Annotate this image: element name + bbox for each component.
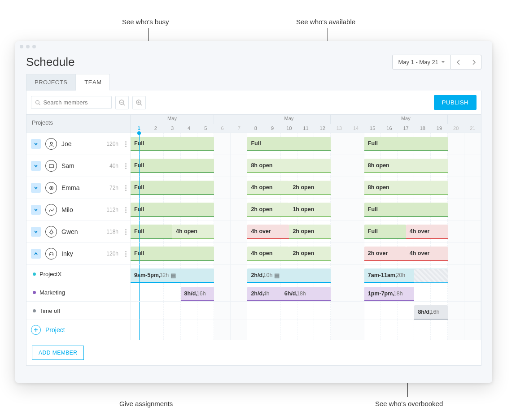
schedule-block[interactable]: Full	[131, 247, 214, 261]
member-name-gwen: Gwen	[61, 228, 78, 235]
schedule-block[interactable]: 8h open	[364, 159, 448, 173]
tab-projects[interactable]: PROJECTS	[26, 74, 76, 91]
expand-toggle-emma[interactable]	[31, 183, 41, 193]
schedule-block[interactable]: 4h over	[406, 225, 448, 239]
prev-range-button[interactable]	[451, 55, 466, 69]
expand-toggle-gwen[interactable]	[31, 227, 41, 237]
annotation-assignments-label: Give assignments	[119, 400, 173, 407]
day-header-19: 19	[431, 124, 447, 133]
member-menu-milo[interactable]	[125, 207, 127, 213]
member-menu-inky[interactable]	[125, 251, 127, 257]
day-header-7: 7	[231, 124, 247, 133]
member-row-gwen: Gwen 118h Full4h open4h over2h openFull4…	[26, 221, 481, 243]
expand-toggle-sam[interactable]	[31, 161, 41, 171]
day-header-20: 20	[448, 124, 464, 133]
schedule-block[interactable]: Full	[364, 203, 448, 217]
member-row-joe: Joe 120h FullFullFull	[26, 133, 481, 155]
avatar-joe	[45, 138, 57, 150]
schedule-block[interactable]: 2h/d, 4h	[247, 287, 280, 301]
avatar-milo	[45, 204, 57, 216]
schedule-block[interactable]: 4h open	[247, 181, 289, 195]
month-label: May	[167, 116, 177, 121]
publish-button[interactable]: PUBLISH	[434, 95, 477, 110]
member-hours-joe: 120h	[106, 141, 118, 147]
tab-team[interactable]: TEAM	[76, 74, 110, 91]
expand-toggle-joe[interactable]	[31, 139, 41, 149]
svg-rect-10	[49, 164, 53, 168]
schedule-block[interactable]: 8h/d, 16h	[181, 287, 214, 301]
member-name-sam: Sam	[61, 162, 74, 169]
avatar-gwen	[45, 226, 57, 238]
schedule-block[interactable]: 8h open	[247, 159, 331, 173]
svg-line-8	[140, 104, 142, 105]
schedule-block[interactable]: 2h/d, 10h▤	[247, 268, 331, 283]
schedule-block[interactable]: Full	[131, 159, 214, 173]
schedule-block[interactable]: Full	[247, 137, 331, 151]
schedule-block[interactable]: 1pm-7pm, 18h	[364, 287, 415, 301]
month-label: May	[401, 116, 411, 121]
project-bullet-timeoff	[33, 309, 36, 312]
window-traffic-lights	[15, 41, 492, 52]
column-header-projects: Projects	[26, 115, 131, 133]
expand-toggle-inky[interactable]	[31, 249, 41, 259]
member-row-emma: Emma 72h Full4h open2h open8h open	[26, 177, 481, 199]
schedule-block[interactable]: 4h over	[406, 247, 448, 261]
subrow-marketing: Marketing 8h/d, 16h2h/d, 4h6h/d, 18h1pm-…	[26, 283, 481, 302]
annotation-busy-label: See who's busy	[122, 18, 169, 26]
zoom-out-button[interactable]	[115, 96, 129, 109]
schedule-block[interactable]: 8h/d, 16h	[414, 305, 447, 320]
next-range-button[interactable]	[466, 55, 481, 69]
project-name-marketing: Marketing	[39, 289, 65, 296]
schedule-block[interactable]: 2h open	[247, 203, 289, 217]
app-window: Schedule May 1 - May 21 PROJECTS TEAM	[15, 41, 492, 383]
expand-toggle-milo[interactable]	[31, 205, 41, 215]
schedule-block[interactable]: 2h open	[289, 247, 331, 261]
avatar-inky	[45, 248, 57, 260]
search-container	[31, 96, 112, 109]
search-input[interactable]	[43, 99, 108, 106]
schedule-block[interactable]: 6h/d, 18h	[281, 287, 331, 301]
add-member-button[interactable]: ADD MEMBER	[32, 346, 84, 360]
schedule-block[interactable]: Full	[131, 181, 214, 195]
member-hours-emma: 72h	[109, 185, 118, 191]
day-header-4: 4	[181, 124, 197, 133]
member-menu-sam[interactable]	[125, 163, 127, 169]
day-header-8: 8	[247, 124, 264, 133]
svg-point-9	[50, 142, 52, 144]
member-menu-emma[interactable]	[125, 185, 127, 191]
schedule-block[interactable]: Full	[131, 225, 172, 239]
member-row-sam: Sam 40h Full8h open8h open	[26, 155, 481, 177]
avatar-sam	[45, 160, 57, 172]
schedule-block[interactable]: Full	[131, 137, 214, 151]
schedule-block[interactable]: 9am-5pm, 32h▤	[131, 268, 214, 283]
schedule-block[interactable]: 4h open	[247, 247, 289, 261]
svg-point-14	[50, 254, 50, 254]
schedule-block[interactable]: 4h over	[247, 225, 289, 239]
project-name-timeoff: Time off	[39, 307, 60, 314]
schedule-block[interactable]: 1h open	[289, 203, 331, 217]
svg-line-1	[39, 104, 40, 105]
schedule-block[interactable]: Full	[364, 137, 448, 151]
schedule-block[interactable]: Full	[364, 225, 406, 239]
day-header-6: 6	[214, 124, 231, 133]
day-header-9: 9	[264, 124, 281, 133]
schedule-block[interactable]: 4h open	[172, 225, 214, 239]
schedule-block[interactable]: 2h open	[289, 181, 331, 195]
add-project-button[interactable]: + Project	[31, 325, 65, 335]
svg-point-15	[52, 254, 52, 254]
member-menu-joe[interactable]	[125, 141, 127, 147]
day-header-13: 13	[331, 124, 347, 133]
day-header-14: 14	[347, 124, 364, 133]
day-header-16: 16	[381, 124, 398, 133]
day-header-21: 21	[464, 124, 481, 133]
member-menu-gwen[interactable]	[125, 229, 127, 235]
schedule-block[interactable]: 8h open	[364, 181, 448, 195]
search-icon	[35, 100, 40, 106]
month-label: May	[284, 116, 294, 121]
date-range-selector[interactable]: May 1 - May 21	[392, 55, 451, 69]
schedule-block[interactable]: 2h over	[364, 247, 406, 261]
zoom-in-button[interactable]	[132, 96, 146, 109]
schedule-block[interactable]: Full	[131, 203, 214, 217]
day-header-15: 15	[364, 124, 381, 133]
schedule-block[interactable]: 2h open	[289, 225, 331, 239]
